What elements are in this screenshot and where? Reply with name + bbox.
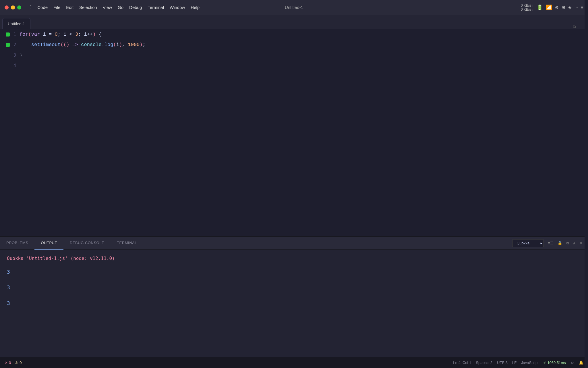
output-value-3: 3 (7, 299, 581, 308)
warning-count[interactable]: ⚠ 0 (15, 361, 22, 365)
menu-bar:  Code File Edit Selection View Go Debug… (24, 0, 202, 15)
panel-scrollbar[interactable] (585, 0, 588, 368)
token: ( (63, 40, 66, 50)
status-bar: ✕ 0 ⚠ 0 Ln 4, Col 1 Spaces: 2 UTF-8 LF J… (0, 357, 588, 368)
token: ; i < (58, 29, 75, 40)
line-number-4: 4 (10, 60, 16, 71)
token: ; (143, 40, 146, 50)
error-number: 0 (9, 361, 11, 365)
status-right: Ln 4, Col 1 Spaces: 2 UTF-8 LF JavaScrip… (453, 361, 583, 365)
token: 0 (55, 29, 57, 40)
menu-selection[interactable]: Selection (76, 0, 100, 15)
split-editor-icon[interactable]: ⧉ (573, 24, 576, 29)
tab-untitled-1[interactable]: Untitled-1 (2, 18, 30, 29)
filter-output-icon[interactable]: ≡☰ (548, 241, 554, 245)
battery-icon: 🔋 (537, 4, 543, 11)
menu-apple[interactable]:  (27, 0, 34, 15)
encoding[interactable]: UTF-8 (497, 361, 508, 365)
warn-icon: ⚠ (15, 361, 18, 365)
token: ( (113, 40, 116, 50)
bottom-panel: PROBLEMS OUTPUT DEBUG CONSOLE TERMINAL Q… (0, 236, 588, 357)
close-panel-icon[interactable]: ✕ (580, 241, 583, 245)
chevron-up-icon[interactable]: ∧ (573, 241, 576, 245)
gutter-row-2: 2 (6, 40, 16, 50)
token: ) (119, 40, 122, 50)
token: 3 (75, 29, 78, 40)
language-mode[interactable]: JavaScript (521, 361, 539, 365)
gutter-row-3: 3 (5, 50, 16, 60)
token: setTimeout (31, 40, 61, 50)
token (78, 40, 81, 50)
token: console (81, 40, 101, 50)
list-icon: ≡ (581, 5, 583, 10)
code-content[interactable]: for(var i = 0; i < 3; i++) { setTimeout(… (20, 29, 584, 236)
line-ending[interactable]: LF (512, 361, 517, 365)
token: , (122, 40, 128, 50)
token: } (20, 50, 22, 60)
smiley-icon[interactable]: ☺ (570, 361, 574, 365)
token: ; i++ (78, 29, 93, 40)
lock-icon[interactable]: 🔒 (558, 241, 562, 245)
warn-number: 0 (20, 361, 22, 365)
more-actions-icon[interactable]: ⋯ (579, 25, 583, 29)
menu-edit[interactable]: Edit (63, 0, 76, 15)
menu-go[interactable]: Go (115, 0, 126, 15)
maximize-button[interactable] (17, 5, 21, 9)
menu-file[interactable]: File (51, 0, 63, 15)
network-speed: 0 KB/s ↑0 KB/s ↓ (521, 3, 534, 12)
gutter-row-4: 4 (5, 60, 16, 71)
token: log (105, 40, 113, 50)
output-value-1: 3 (7, 268, 581, 276)
panel-actions: Quokka ≡☰ 🔒 ⧉ ∧ ✕ (512, 239, 588, 247)
menu-terminal[interactable]: Terminal (145, 0, 167, 15)
token: ( (61, 40, 63, 50)
line-number-3: 3 (10, 50, 16, 60)
notification-icon[interactable]: 🔔 (579, 361, 583, 365)
token: { (96, 29, 101, 40)
token: 1000 (128, 40, 140, 50)
gutter-row-1: 1 (6, 29, 16, 40)
copy-icon[interactable]: ⧉ (566, 241, 569, 246)
token: var (31, 29, 40, 40)
code-editor[interactable]: 1 2 3 4 for(var i = 0; i < 3; i++) { (0, 29, 588, 236)
titlebar:  Code File Edit Selection View Go Debug… (0, 0, 588, 15)
output-header: Quokka 'Untitled-1.js' (node: v12.11.0) (7, 255, 581, 262)
minimize-button[interactable] (11, 5, 15, 9)
controlcenter-icon: ⊞ (562, 5, 565, 10)
window-title: Untitled-1 (285, 5, 303, 10)
titlebar-system-area: 0 KB/s ↑0 KB/s ↓ 🔋 📶 ⊝ ⊞ ◈ ··· ≡ (521, 3, 588, 12)
menu-debug[interactable]: Debug (126, 0, 145, 15)
menu-code[interactable]: Code (34, 0, 51, 15)
line-numbers-gutter: 1 2 3 4 (0, 29, 20, 236)
status-left: ✕ 0 ⚠ 0 (5, 361, 22, 365)
siri-icon: ◈ (568, 5, 572, 10)
code-line-1: for(var i = 0; i < 3; i++) { (20, 29, 584, 40)
token: i (116, 40, 119, 50)
tab-output[interactable]: OUTPUT (34, 237, 63, 250)
indentation[interactable]: Spaces: 2 (476, 361, 492, 365)
token: ) (140, 40, 142, 50)
code-line-2: setTimeout(() => console.log(i), 1000); (20, 40, 584, 50)
dnd-icon: ⊝ (555, 5, 559, 10)
menu-window[interactable]: Window (167, 0, 188, 15)
token: i = (40, 29, 55, 40)
tab-label: Untitled-1 (8, 22, 25, 26)
quokka-time: ✔ 1069.51ms (543, 361, 566, 365)
token: . (102, 40, 105, 50)
tab-debug-console[interactable]: DEBUG CONSOLE (63, 237, 111, 250)
menu-view[interactable]: View (100, 0, 115, 15)
traffic-lights (0, 5, 24, 9)
workspace: 1 2 3 4 for(var i = 0; i < 3; i++) { (0, 29, 588, 357)
token: ) (93, 29, 96, 40)
error-icon: ✕ (5, 361, 8, 365)
menu-help[interactable]: Help (188, 0, 202, 15)
code-line-4 (20, 60, 584, 71)
error-count[interactable]: ✕ 0 (5, 361, 11, 365)
line-number-2: 2 (10, 40, 16, 50)
token (69, 40, 72, 50)
close-button[interactable] (5, 5, 9, 9)
tab-terminal[interactable]: TERMINAL (111, 237, 143, 250)
tab-problems[interactable]: PROBLEMS (0, 237, 34, 250)
cursor-position[interactable]: Ln 4, Col 1 (453, 361, 471, 365)
output-source-select[interactable]: Quokka (512, 239, 544, 247)
